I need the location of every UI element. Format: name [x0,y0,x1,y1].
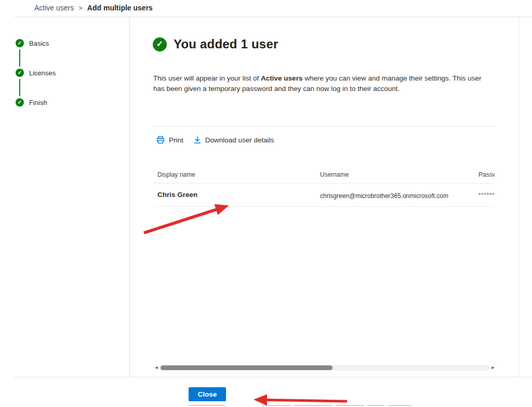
print-button[interactable]: Print [156,136,183,144]
table-horizontal-scrollbar[interactable]: ◄ ► [153,363,496,372]
table-header-rule [153,183,495,183]
scrollbar-thumb[interactable] [161,365,332,370]
wizard-step-basics[interactable]: ✓ Basics [16,39,49,47]
step-label: Licenses [29,69,56,77]
add-multiple-users-wizard-page: { "breadcrumb": { "separator": ">", "ite… [0,0,532,407]
result-description: This user will appear in your list of Ac… [153,73,491,94]
footer-divider [15,377,532,377]
wizard-step-finish[interactable]: ✓ Finish [16,98,47,107]
column-header-display-name: Display name [157,171,195,178]
scrollbar-track[interactable] [159,365,490,371]
description-text: This user will appear in your list of [153,74,261,82]
step-label: Finish [29,99,47,107]
close-button[interactable]: Close [189,387,226,401]
panel-top-border [15,17,532,17]
result-title-row: ✓ You added 1 user [153,37,278,51]
step-connector-line [19,79,20,96]
step-complete-check-icon: ✓ [16,98,24,107]
sidebar-divider [129,17,130,377]
breadcrumb-separator-icon: > [78,4,83,12]
cell-username: chrisgreen@microbrother365.onmicrosoft.c… [320,192,448,200]
print-label: Print [169,136,183,144]
scroll-left-icon[interactable]: ◄ [153,363,159,372]
breadcrumb-active-users-link[interactable]: Active users [34,4,74,12]
step-label: Basics [29,40,49,47]
annotation-arrow-close-button [258,400,347,401]
step-connector-line [19,49,20,67]
step-complete-check-icon: ✓ [16,39,24,47]
column-header-password: Passwo [478,171,495,178]
cell-password: ******* [478,192,495,198]
results-toolbar: Print Download user details [156,133,274,147]
table-row-rule [153,206,495,207]
section-divider [153,126,495,127]
added-users-table: Display name Username Passwo Chris Green… [153,166,495,207]
description-bold-text: Active users [261,74,302,82]
print-icon [156,136,165,144]
download-icon [194,136,201,144]
download-label: Download user details [205,136,274,144]
step-complete-check-icon: ✓ [16,69,24,77]
breadcrumb-current-page: Add multiple users [87,4,153,12]
scroll-right-icon[interactable]: ► [490,363,496,372]
download-user-details-button[interactable]: Download user details [194,136,274,144]
page-title: You added 1 user [174,37,278,51]
column-header-username: Username [320,171,349,178]
success-check-icon: ✓ [153,37,167,51]
panel-right-border [518,17,519,377]
breadcrumb: Active users > Add multiple users [34,4,153,12]
wizard-step-licenses[interactable]: ✓ Licenses [16,69,56,77]
annotation-arrow-table-row [144,207,224,233]
cell-display-name: Chris Green [157,191,197,199]
